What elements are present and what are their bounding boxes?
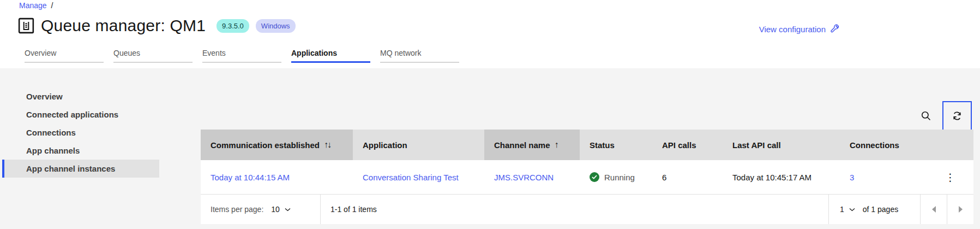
version-badge: 9.3.5.0 [217, 19, 249, 33]
column-label: Communication established [211, 140, 320, 150]
search-icon [921, 110, 931, 121]
sidebar-item-label: App channels [26, 146, 80, 155]
sidebar-item-connections[interactable]: Connections [0, 124, 159, 142]
sidebar-item-connected-applications[interactable]: Connected applications [0, 105, 159, 124]
page-header: Queue manager: QM1 9.3.5.0 Windows [18, 16, 296, 35]
view-configuration-link[interactable]: View configuration [759, 24, 840, 34]
column-header-application: Application [353, 130, 484, 160]
page-title: Queue manager: QM1 [41, 16, 206, 35]
column-header-last-api-call: Last API call [723, 130, 840, 160]
platform-badge: Windows [256, 19, 296, 33]
breadcrumb-separator: / [51, 1, 53, 10]
view-configuration-label: View configuration [759, 25, 826, 34]
tab-queues[interactable]: Queues [113, 46, 193, 63]
column-label: Status [590, 140, 615, 150]
sidebar-item-label: Overview [26, 92, 63, 101]
cell-channel-name: JMS.SVRCONN [484, 160, 580, 194]
column-header-communication-established[interactable]: Communication established ↑↓ [201, 130, 353, 160]
sidebar-item-overview[interactable]: Overview [0, 87, 159, 105]
sidebar-item-label: Connections [26, 128, 76, 137]
application-link[interactable]: Conversation Sharing Test [363, 173, 459, 182]
column-header-status: Status [580, 130, 652, 160]
sidebar-item-label: App channel instances [26, 164, 115, 173]
items-per-page-select[interactable]: 10 [271, 205, 291, 214]
sort-ascending-icon: ↑ [555, 140, 558, 150]
range-label: 1-1 of 1 items [330, 205, 377, 214]
sidebar-item-app-channels[interactable]: App channels [0, 142, 159, 160]
previous-page-button[interactable] [920, 195, 947, 224]
column-label: API calls [662, 140, 696, 150]
items-per-page-value: 10 [271, 205, 280, 214]
communication-established-link[interactable]: Today at 10:44:15 AM [211, 173, 290, 182]
pagination-bar: Items per page: 10 1-1 of 1 items 1 of 1… [201, 195, 973, 224]
tab-label: Overview [25, 46, 56, 57]
column-header-api-calls: API calls [652, 130, 723, 160]
caret-right-icon [959, 206, 963, 213]
sort-both-icon: ↑↓ [324, 140, 330, 150]
cell-api-calls: 6 [652, 160, 723, 194]
badges: 9.3.5.0 Windows [217, 19, 296, 33]
page-number-select[interactable]: 1 [840, 205, 855, 214]
table-header-row: Communication established ↑↓ Application… [201, 130, 973, 160]
column-header-channel-name[interactable]: Channel name ↑ [484, 130, 580, 160]
tab-events[interactable]: Events [202, 46, 281, 63]
column-label: Application [363, 140, 407, 150]
tab-label: Queues [113, 46, 140, 57]
applications-panel: Overview Connected applications Connecti… [0, 68, 980, 229]
refresh-icon [952, 110, 963, 121]
status-badge: Running [590, 172, 635, 182]
items-per-page: Items per page: 10 [201, 195, 321, 224]
cell-status: Running [580, 160, 652, 194]
search-button[interactable] [913, 103, 939, 129]
cell-last-api-call: Today at 10:45:17 AM [723, 160, 840, 194]
breadcrumb: Manage / [19, 1, 53, 10]
last-api-call-value: Today at 10:45:17 AM [732, 173, 811, 182]
api-calls-value: 6 [662, 173, 666, 182]
chevron-down-icon [849, 208, 855, 212]
cell-overflow: ⋮ [927, 160, 973, 194]
table-row: Today at 10:44:15 AM Conversation Sharin… [201, 160, 973, 195]
pagination-range-text: 1-1 of 1 items [321, 195, 828, 224]
tab-overview[interactable]: Overview [25, 46, 104, 63]
breadcrumb-link-manage[interactable]: Manage [19, 1, 47, 10]
checkmark-circle-icon [590, 172, 599, 182]
tab-label: MQ network [380, 46, 421, 57]
connections-link[interactable]: 3 [850, 173, 854, 182]
next-page-button[interactable] [947, 195, 973, 224]
cell-connections: 3 [840, 160, 927, 194]
items-per-page-label: Items per page: [211, 205, 263, 214]
queue-manager-page: Manage / Queue manager: QM1 9.3.5.0 Wind… [0, 0, 980, 229]
refresh-button[interactable] [942, 101, 972, 131]
applications-sidebar: Overview Connected applications Connecti… [0, 87, 159, 178]
wrench-icon [830, 24, 840, 34]
status-label: Running [604, 173, 635, 182]
tab-bar: Overview Queues Events Applications MQ n… [25, 46, 459, 63]
column-header-connections: Connections [840, 130, 927, 160]
caret-left-icon [932, 206, 936, 213]
tab-label: Events [202, 46, 226, 57]
column-label: Channel name [494, 140, 550, 150]
cell-application: Conversation Sharing Test [353, 160, 484, 194]
pages-total-label: of 1 pages [863, 205, 898, 214]
app-channel-instances-table: Communication established ↑↓ Application… [201, 130, 973, 224]
column-label: Last API call [732, 140, 781, 150]
kebab-menu-icon[interactable]: ⋮ [942, 169, 959, 186]
channel-name-link[interactable]: JMS.SVRCONN [494, 173, 554, 182]
tab-mq-network[interactable]: MQ network [380, 46, 459, 63]
queue-manager-icon [18, 17, 34, 34]
column-label: Connections [850, 140, 899, 150]
cell-communication-established: Today at 10:44:15 AM [201, 160, 353, 194]
column-header-overflow [927, 130, 973, 160]
sidebar-item-app-channel-instances[interactable]: App channel instances [2, 160, 159, 178]
tab-label: Applications [291, 46, 337, 57]
sidebar-item-label: Connected applications [26, 110, 118, 119]
page-number-value: 1 [840, 205, 844, 214]
tab-applications[interactable]: Applications [291, 46, 370, 63]
chevron-down-icon [285, 208, 291, 212]
page-number-section: 1 of 1 pages [828, 195, 920, 224]
